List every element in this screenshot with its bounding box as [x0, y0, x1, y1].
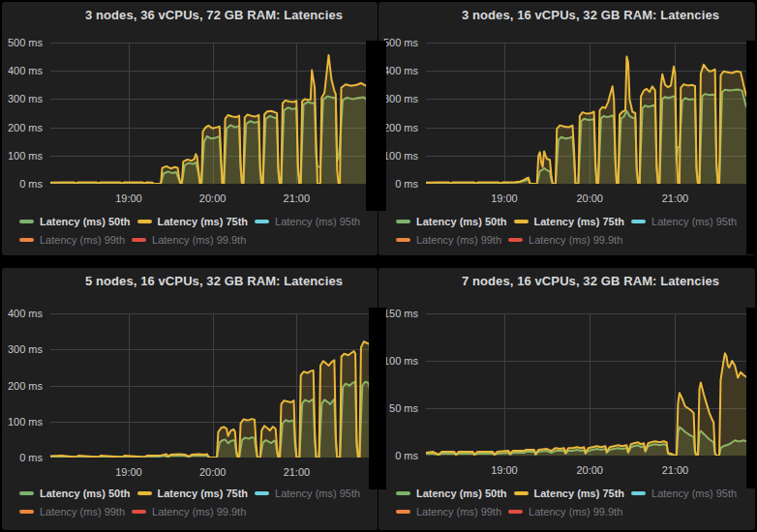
chart-legend: Latency (ms) 50thLatency (ms) 75thLatenc…: [396, 487, 748, 518]
legend-item-latency-ms-95th[interactable]: Latency (ms) 95th: [255, 487, 360, 500]
legend-item-latency-ms-50th[interactable]: Latency (ms) 50th: [19, 487, 131, 500]
legend-item-latency-ms-99.9th[interactable]: Latency (ms) 99.9th: [508, 505, 622, 518]
legend-swatch-icon: [19, 491, 34, 495]
legend-item-latency-ms-50th[interactable]: Latency (ms) 50th: [396, 487, 507, 500]
series-area-latency-ms-75th: [426, 57, 746, 184]
x-axis-tick-label: 19:00: [100, 465, 158, 479]
legend-label: Latency (ms) 99th: [416, 233, 501, 247]
panel-title[interactable]: 3 nodes, 16 vCPUs, 32 GB RAM: Latencies: [378, 8, 755, 22]
x-axis-tick-label: 21:00: [646, 192, 704, 205]
legend-item-latency-ms-75th[interactable]: Latency (ms) 75th: [514, 215, 625, 228]
legend-item-latency-ms-95th[interactable]: Latency (ms) 95th: [631, 215, 737, 228]
legend-item-latency-ms-99th[interactable]: Latency (ms) 99th: [396, 233, 501, 247]
legend-item-latency-ms-50th[interactable]: Latency (ms) 50th: [396, 215, 507, 228]
latency-chart[interactable]: [50, 43, 368, 184]
legend-item-latency-ms-95th[interactable]: Latency (ms) 95th: [255, 215, 360, 228]
series-line-latency-ms-75th: [426, 353, 746, 456]
y-axis-tick-label: 200 ms: [2, 121, 43, 134]
legend-swatch-icon: [396, 491, 410, 495]
chart-legend: Latency (ms) 50thLatency (ms) 75thLatenc…: [19, 487, 372, 518]
legend-item-latency-ms-50th[interactable]: Latency (ms) 50th: [19, 215, 131, 228]
x-axis-tick-label: 21:00: [267, 465, 325, 479]
legend-label: Latency (ms) 99.9th: [529, 505, 622, 518]
panel-7-nodes-16-vcpus: 7 nodes, 16 vCPUs, 32 GB RAM: Latencies …: [378, 268, 755, 530]
y-axis-tick-label: 100 ms: [2, 415, 43, 429]
legend-item-latency-ms-75th[interactable]: Latency (ms) 75th: [137, 215, 249, 228]
legend-item-latency-ms-99.9th[interactable]: Latency (ms) 99.9th: [508, 233, 622, 247]
legend-item-latency-ms-75th[interactable]: Latency (ms) 75th: [137, 487, 249, 500]
legend-swatch-icon: [19, 220, 34, 223]
chart-legend: Latency (ms) 50thLatency (ms) 75thLatenc…: [19, 215, 372, 247]
legend-label: Latency (ms) 99.9th: [529, 233, 622, 247]
legend-label: Latency (ms) 95th: [651, 215, 737, 228]
legend-label: Latency (ms) 75th: [534, 487, 625, 500]
legend-swatch-icon: [255, 491, 269, 495]
legend-item-latency-ms-99th[interactable]: Latency (ms) 99th: [396, 505, 501, 518]
legend-swatch-icon: [514, 491, 529, 495]
legend-label: Latency (ms) 75th: [158, 487, 249, 500]
legend-swatch-icon: [631, 491, 646, 495]
y-axis-tick-label: 0 ms: [2, 177, 43, 191]
legend-label: Latency (ms) 50th: [416, 487, 507, 500]
latency-chart[interactable]: [50, 313, 371, 458]
y-axis-tick-label: 300 ms: [2, 92, 43, 105]
legend-label: Latency (ms) 95th: [275, 215, 360, 228]
legend-item-latency-ms-95th[interactable]: Latency (ms) 95th: [631, 487, 737, 500]
legend-swatch-icon: [19, 238, 34, 242]
panel-title[interactable]: 7 nodes, 16 vCPUs, 32 GB RAM: Latencies: [378, 274, 755, 288]
legend-label: Latency (ms) 99th: [40, 233, 125, 247]
legend-label: Latency (ms) 75th: [534, 215, 625, 228]
legend-label: Latency (ms) 99th: [416, 505, 501, 518]
latency-chart[interactable]: [426, 313, 746, 456]
screenshot-seam: [746, 41, 757, 254]
y-axis-tick-label: 400 ms: [2, 64, 43, 77]
series-area-latency-ms-75th: [50, 341, 371, 458]
y-axis-tick-label: 500 ms: [2, 36, 43, 49]
screenshot-seam: [366, 41, 386, 211]
panel-title[interactable]: 3 nodes, 36 vCPUs, 72 GB RAM: Latencies: [2, 8, 378, 22]
x-axis-tick-label: 20:00: [184, 192, 242, 205]
legend-swatch-icon: [137, 220, 152, 223]
legend-swatch-icon: [631, 220, 646, 223]
legend-swatch-icon: [508, 510, 523, 514]
legend-swatch-icon: [514, 220, 529, 223]
chart-canvas: [426, 43, 746, 184]
legend-item-latency-ms-99th[interactable]: Latency (ms) 99th: [19, 505, 125, 518]
y-axis-tick-label: 400 ms: [2, 307, 43, 320]
x-axis-tick-label: 21:00: [646, 463, 704, 477]
latency-chart[interactable]: [426, 43, 746, 184]
x-axis-tick-label: 19:00: [100, 192, 158, 205]
legend-swatch-icon: [19, 510, 34, 514]
legend-label: Latency (ms) 99.9th: [152, 505, 246, 518]
screenshot-seam: [746, 308, 757, 488]
legend-swatch-icon: [396, 238, 410, 242]
legend-swatch-icon: [396, 220, 410, 223]
x-axis-tick-label: 20:00: [560, 192, 619, 205]
x-axis-tick-label: 19:00: [475, 463, 533, 477]
screenshot-seam: [369, 308, 386, 489]
y-axis-tick-label: 0 ms: [2, 451, 43, 464]
legend-swatch-icon: [132, 238, 146, 242]
chart-canvas: [426, 313, 746, 456]
legend-label: Latency (ms) 50th: [416, 215, 507, 228]
legend-item-latency-ms-99.9th[interactable]: Latency (ms) 99.9th: [132, 505, 246, 518]
legend-item-latency-ms-99th[interactable]: Latency (ms) 99th: [19, 233, 125, 247]
y-axis-tick-label: 100 ms: [2, 149, 43, 163]
legend-item-latency-ms-99.9th[interactable]: Latency (ms) 99.9th: [132, 233, 246, 247]
panel-3-nodes-36-vcpus: 3 nodes, 36 vCPUs, 72 GB RAM: Latencies …: [2, 2, 378, 255]
chart-canvas: [50, 313, 371, 458]
legend-swatch-icon: [137, 491, 152, 495]
legend-label: Latency (ms) 95th: [275, 487, 360, 500]
legend-label: Latency (ms) 75th: [158, 215, 249, 228]
legend-label: Latency (ms) 95th: [651, 487, 737, 500]
panel-5-nodes-16-vcpus: 5 nodes, 16 vCPUs, 32 GB RAM: Latencies …: [2, 268, 378, 530]
legend-label: Latency (ms) 50th: [40, 215, 131, 228]
legend-label: Latency (ms) 50th: [40, 487, 131, 500]
x-axis-tick-label: 20:00: [184, 465, 242, 479]
legend-swatch-icon: [255, 220, 269, 223]
legend-swatch-icon: [132, 510, 146, 514]
y-axis-tick-label: 300 ms: [2, 342, 43, 356]
panel-title[interactable]: 5 nodes, 16 vCPUs, 32 GB RAM: Latencies: [2, 274, 378, 288]
legend-item-latency-ms-75th[interactable]: Latency (ms) 75th: [514, 487, 625, 500]
legend-label: Latency (ms) 99th: [40, 505, 125, 518]
